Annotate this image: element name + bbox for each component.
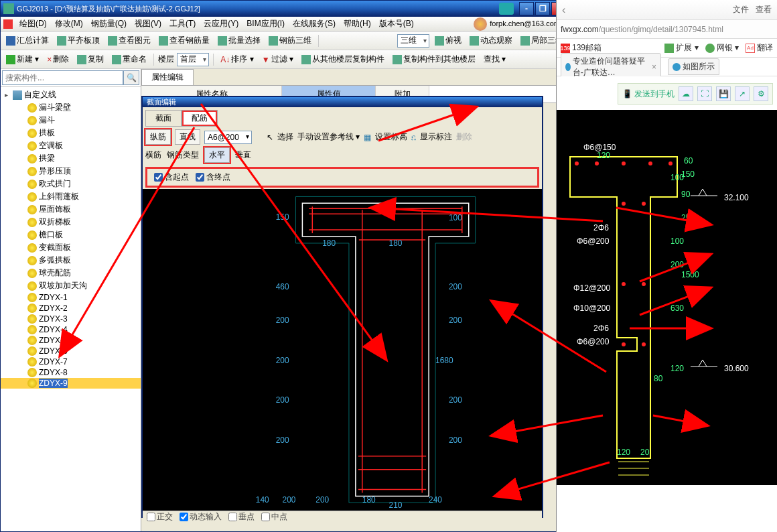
chk-start[interactable]: 含起点: [154, 172, 189, 183]
bookmark-ext[interactable]: 扩展 ▾: [664, 42, 698, 54]
tbtn-batchsel[interactable]: 批量选择: [215, 34, 263, 48]
floor-combo[interactable]: 首层: [177, 53, 209, 66]
btn-select[interactable]: 选择: [277, 131, 293, 143]
status-mid[interactable]: 中点: [261, 511, 287, 523]
status-vertex[interactable]: 垂点: [228, 511, 255, 523]
btn-showmark[interactable]: 显示标注: [420, 131, 452, 143]
chk-end[interactable]: 含终点: [196, 172, 230, 183]
tbtn-topview[interactable]: 俯视: [432, 34, 464, 48]
section-canvas[interactable]: 460 200 150 200 200 200 1680 180 200 100: [143, 189, 542, 511]
tree-root[interactable]: ▸ 自定义线: [1, 88, 141, 101]
share-save-icon[interactable]: 💾: [716, 86, 731, 101]
share-gear-icon[interactable]: ⚙: [754, 86, 768, 101]
section-tab-rebar[interactable]: 配筋: [182, 110, 218, 127]
tree-leaf[interactable]: 多弧拱板: [1, 254, 141, 267]
section-tab-shape[interactable]: 截面: [145, 110, 182, 127]
browser-file-menu[interactable]: 文件: [733, 4, 749, 15]
browser-view-menu[interactable]: 查看: [756, 4, 772, 15]
user-avatar-icon[interactable]: [474, 17, 487, 31]
menu-view[interactable]: 视图(V): [131, 17, 165, 31]
share-bar: 📱 发送到手机 ☁ ⛶ 💾 ↗ ⚙: [618, 83, 773, 105]
tree-leaf[interactable]: 空调板: [1, 139, 141, 152]
user-email[interactable]: forpk.chen@163.com ▾: [490, 19, 566, 28]
tbtn-sum[interactable]: 汇总计算: [3, 34, 52, 48]
property-edit-tab[interactable]: 属性编辑: [141, 69, 194, 85]
cloud-icon[interactable]: [499, 3, 514, 15]
btn-vertical[interactable]: 垂直: [235, 149, 251, 161]
btn-setlevel[interactable]: 设置标高: [375, 131, 407, 143]
tree-leaf[interactable]: 拱梁: [1, 152, 141, 165]
bookmark-trans[interactable]: Ad翻译: [746, 42, 773, 54]
share-export-icon[interactable]: ↗: [735, 86, 750, 101]
tree-leaf[interactable]: 球壳配筋: [1, 267, 141, 279]
status-ortho[interactable]: 正交: [147, 511, 173, 523]
tree-leaf[interactable]: 双折梯板: [1, 216, 141, 228]
menu-tool[interactable]: 工具(T): [165, 17, 200, 31]
tree-leaf[interactable]: 屋面饰板: [1, 203, 141, 216]
tbtn-sort[interactable]: A↓排序 ▾: [218, 52, 256, 66]
tbtn-filter[interactable]: ▼过滤 ▾: [259, 52, 296, 66]
btn-zongjin[interactable]: 纵筋: [145, 129, 171, 145]
tree-leaf[interactable]: 上斜雨蓬板: [1, 190, 141, 203]
btn-manualref[interactable]: 手动设置参考线 ▾: [297, 131, 360, 143]
tree-leaf[interactable]: 漏斗梁壁: [1, 101, 141, 114]
btn-horizontal[interactable]: 水平: [204, 147, 230, 163]
tree-leaf[interactable]: ZDYX-3: [1, 314, 141, 324]
tbtn-del[interactable]: ×删除: [44, 52, 72, 66]
tbtn-new[interactable]: 新建 ▾: [3, 52, 42, 66]
browser-tab-2[interactable]: 如图所示: [668, 58, 719, 75]
tree-leaf[interactable]: 双坡加加天沟: [1, 279, 141, 292]
tree-panel: 🔍 ▸ 自定义线 漏斗梁壁漏斗拱板空调板拱梁异形压顶欧式拱门上斜雨蓬板屋面饰板双…: [1, 69, 141, 531]
menu-rebar[interactable]: 钢筋量(Q): [87, 17, 131, 31]
search-input[interactable]: [2, 70, 123, 85]
tree-leaf[interactable]: ZDYX-8: [1, 367, 141, 378]
menu-bim[interactable]: BIM应用(I): [242, 17, 289, 31]
send-to-phone[interactable]: 📱 发送到手机: [622, 88, 675, 100]
minimize-button[interactable]: -: [519, 2, 534, 15]
tree-leaf[interactable]: ZDYX-6: [1, 346, 141, 356]
tree-leaf[interactable]: ZDYX-2: [1, 303, 141, 314]
tree-leaf[interactable]: ZDYX-4: [1, 324, 141, 335]
tbtn-viewelem[interactable]: 查看图元: [105, 34, 153, 48]
svg-text:200: 200: [449, 395, 462, 405]
tbtn-find[interactable]: 查找 ▾: [481, 52, 508, 66]
view-3d-combo[interactable]: 三维: [397, 34, 429, 48]
address-bar[interactable]: fwxgx.com/question/gimq/detail/1307945.h…: [557, 20, 777, 39]
share-cloud-icon[interactable]: ☁: [679, 86, 693, 101]
tree-leaf[interactable]: 欧式拱门: [1, 178, 141, 190]
tbtn-rebar3d[interactable]: 钢筋三维: [266, 34, 314, 48]
tbtn-copy[interactable]: 复制: [74, 52, 107, 66]
bookmark-bank[interactable]: 网银 ▾: [705, 42, 739, 54]
bookmark-139[interactable]: 139139邮箱: [561, 42, 602, 54]
tree-leaf[interactable]: 漏斗: [1, 114, 141, 127]
share-expand-icon[interactable]: ⛶: [697, 86, 712, 101]
rebar-spec-combo[interactable]: A6@200: [204, 131, 252, 144]
tbtn-rename[interactable]: 重命名: [109, 52, 149, 66]
tree-leaf[interactable]: 变截面板: [1, 241, 141, 254]
menu-online[interactable]: 在线服务(S): [289, 17, 340, 31]
tree-leaf[interactable]: ZDYX-1: [1, 292, 141, 303]
browser-back[interactable]: ‹: [562, 4, 565, 16]
menu-cloud[interactable]: 云应用(Y): [200, 17, 242, 31]
status-dyn[interactable]: 动态输入: [180, 511, 222, 523]
menu-draw[interactable]: 绘图(D): [15, 17, 51, 31]
tbtn-copyto[interactable]: 复制构件到其他楼层: [390, 52, 478, 66]
menu-modify[interactable]: 修改(M): [51, 17, 87, 31]
tree-leaf[interactable]: 檐口板: [1, 228, 141, 241]
btn-line[interactable]: 直线: [175, 129, 200, 145]
tbtn-orbit[interactable]: 动态观察: [467, 34, 515, 48]
tbtn-slab[interactable]: 平齐板顶: [54, 34, 102, 48]
menu-version[interactable]: 版本号(B): [375, 17, 418, 31]
tbtn-viewrebarqty[interactable]: 查看钢筋量: [156, 34, 212, 48]
btn-delete[interactable]: 删除: [456, 131, 472, 143]
tree-leaf[interactable]: 异形压顶: [1, 165, 141, 178]
search-button[interactable]: 🔍: [123, 70, 139, 85]
maximize-button[interactable]: ❐: [535, 2, 550, 15]
menu-help[interactable]: 帮助(H): [340, 17, 375, 31]
tree-leaf[interactable]: ZDYX-5: [1, 335, 141, 346]
tree-leaf[interactable]: ZDYX-7: [1, 356, 141, 367]
tbtn-copyfrom[interactable]: 从其他楼层复制构件: [299, 52, 387, 66]
tree-leaf[interactable]: 拱板: [1, 127, 141, 139]
tree-leaf[interactable]: ZDYX-9: [1, 378, 141, 389]
component-tree[interactable]: ▸ 自定义线 漏斗梁壁漏斗拱板空调板拱梁异形压顶欧式拱门上斜雨蓬板屋面饰板双折梯…: [1, 87, 141, 531]
